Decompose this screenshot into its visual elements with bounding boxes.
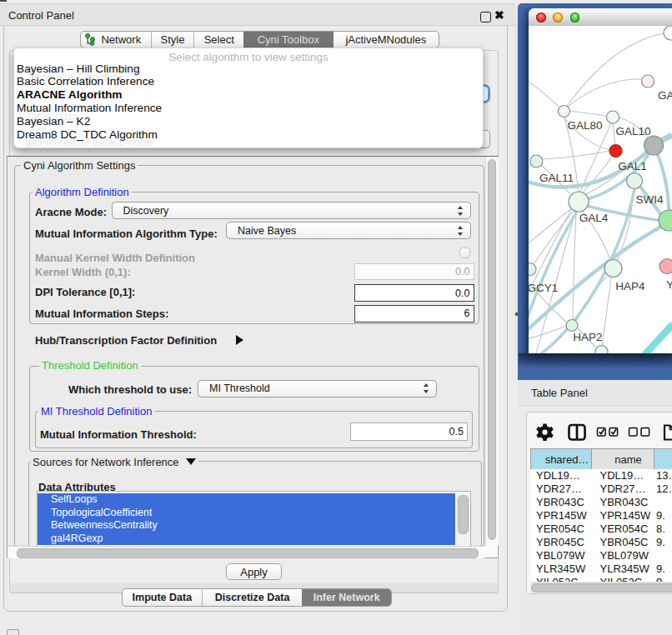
svg-text:HAP2: HAP2: [573, 331, 602, 343]
svg-text:Y: Y: [666, 278, 672, 291]
svg-text:GAL4: GAL4: [579, 212, 609, 224]
svg-text:GAL1: GAL1: [618, 160, 647, 172]
svg-text:SWI4: SWI4: [635, 193, 663, 206]
svg-text:HAP4: HAP4: [615, 280, 645, 292]
svg-text:GAL10: GAL10: [615, 125, 650, 138]
svg-text:GAL: GAL: [658, 89, 672, 102]
svg-text:GCY1: GCY1: [529, 282, 558, 294]
svg-text:GAL80: GAL80: [567, 119, 602, 132]
svg-text:GAL11: GAL11: [539, 172, 574, 184]
